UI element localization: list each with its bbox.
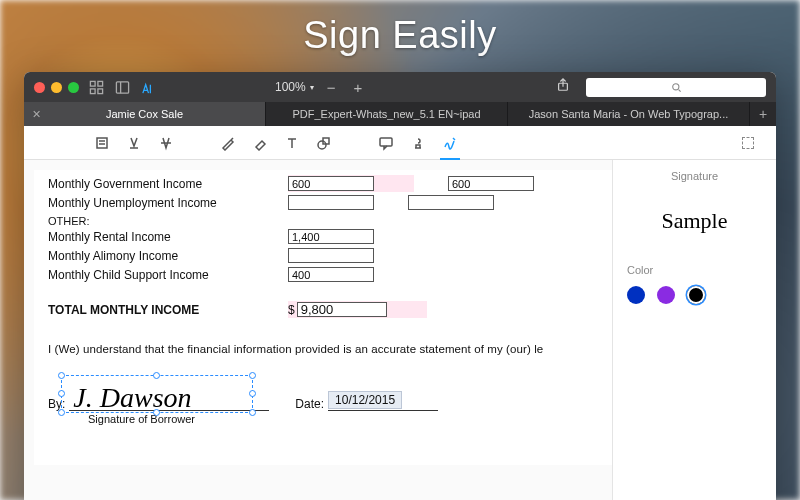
color-swatch-blue[interactable] (627, 286, 645, 304)
section-label: OTHER: (34, 215, 612, 227)
svg-rect-4 (116, 81, 128, 92)
svg-point-10 (318, 141, 326, 149)
resize-handle[interactable] (249, 390, 256, 397)
pdf-page: Monthly Government Income600600 Monthly … (34, 170, 612, 465)
close-tab-icon[interactable]: ✕ (32, 108, 41, 121)
document-viewport[interactable]: Monthly Government Income600600 Monthly … (24, 160, 612, 500)
titlebar: 100% ▾ − + (24, 72, 776, 102)
form-label: Monthly Government Income (48, 177, 288, 191)
strikethrough-icon[interactable] (152, 126, 180, 160)
by-label: By: (48, 397, 65, 411)
form-field[interactable]: 1,400 (288, 229, 374, 244)
signature-caption: Signature of Borrower (34, 413, 612, 425)
date-line: 10/12/2015 (328, 391, 438, 411)
svg-rect-2 (90, 88, 95, 93)
color-swatch-black[interactable] (687, 286, 705, 304)
eraser-icon[interactable] (246, 126, 274, 160)
form-field[interactable] (288, 195, 374, 210)
promo-title: Sign Easily (0, 14, 800, 57)
tab-label: Jamie Cox Sale (106, 108, 183, 120)
note-icon[interactable] (372, 126, 400, 160)
window-controls (34, 82, 79, 93)
thumbnail-view-icon[interactable] (87, 78, 105, 96)
annotate-mode-icon[interactable] (139, 78, 157, 96)
form-field[interactable]: 600 (288, 176, 374, 191)
resize-handle[interactable] (153, 372, 160, 379)
fullscreen-window-button[interactable] (68, 82, 79, 93)
chevron-down-icon: ▾ (310, 83, 314, 92)
zoom-control[interactable]: 100% ▾ (275, 80, 314, 94)
panel-heading: Signature (627, 170, 762, 182)
tab-label: Jason Santa Maria - On Web Typograp... (529, 108, 729, 120)
svg-line-8 (678, 89, 680, 91)
tab[interactable]: PDF_Expert-Whats_new_5.1 EN~ipad (266, 102, 508, 126)
share-icon[interactable] (556, 78, 570, 96)
form-label: Monthly Rental Income (48, 230, 288, 244)
total-field[interactable]: 9,800 (297, 302, 387, 317)
tab[interactable]: ✕ Jamie Cox Sale (24, 102, 266, 126)
color-label: Color (627, 264, 762, 276)
annotation-toolbar (24, 126, 776, 160)
form-field[interactable] (288, 248, 374, 263)
signature-tool-icon[interactable] (436, 126, 464, 160)
selection-tool-icon[interactable] (734, 126, 762, 160)
form-field[interactable]: 600 (448, 176, 534, 191)
color-swatch-purple[interactable] (657, 286, 675, 304)
statement-text: I (We) understand that the financial inf… (34, 319, 612, 363)
search-input[interactable] (586, 78, 766, 97)
total-label: TOTAL MONTHLY INCOME (48, 303, 288, 317)
color-swatches (627, 286, 762, 304)
svg-rect-9 (97, 138, 107, 148)
zoom-value: 100% (275, 80, 306, 94)
tab[interactable]: Jason Santa Maria - On Web Typograp... (508, 102, 750, 126)
pen-icon[interactable] (214, 126, 242, 160)
form-label: Monthly Alimony Income (48, 249, 288, 263)
signature-image[interactable]: J. Dawson (73, 382, 191, 414)
shape-tool-icon[interactable] (310, 126, 338, 160)
signature-panel: Signature Sample Color (612, 160, 776, 500)
svg-rect-3 (97, 88, 102, 93)
app-window: 100% ▾ − + ✕ Jamie Cox Sale PDF_Expert-W… (24, 72, 776, 500)
sidebar-toggle-icon[interactable] (113, 78, 131, 96)
highlight-text-icon[interactable] (88, 126, 116, 160)
text-tool-icon[interactable] (278, 126, 306, 160)
resize-handle[interactable] (58, 390, 65, 397)
currency-symbol: $ (288, 303, 295, 317)
signature-sample[interactable]: Sample (627, 208, 762, 234)
zoom-in-button[interactable]: + (348, 79, 367, 96)
date-label: Date: (295, 397, 324, 411)
svg-point-7 (672, 83, 678, 89)
tab-label: PDF_Expert-Whats_new_5.1 EN~ipad (292, 108, 480, 120)
underline-icon[interactable] (120, 126, 148, 160)
date-field[interactable]: 10/12/2015 (328, 391, 402, 409)
document-tabs: ✕ Jamie Cox Sale PDF_Expert-Whats_new_5.… (24, 102, 776, 126)
resize-handle[interactable] (58, 372, 65, 379)
resize-handle[interactable] (249, 372, 256, 379)
form-field[interactable]: 400 (288, 267, 374, 282)
svg-rect-12 (380, 138, 392, 146)
form-field[interactable] (408, 195, 494, 210)
zoom-out-button[interactable]: − (322, 79, 341, 96)
form-label: Monthly Child Support Income (48, 268, 288, 282)
svg-rect-0 (90, 81, 95, 86)
svg-rect-1 (97, 81, 102, 86)
close-window-button[interactable] (34, 82, 45, 93)
new-tab-button[interactable]: + (750, 102, 776, 126)
form-label: Monthly Unemployment Income (48, 196, 288, 210)
stamp-icon[interactable] (404, 126, 432, 160)
minimize-window-button[interactable] (51, 82, 62, 93)
signature-line[interactable]: J. Dawson (69, 381, 269, 411)
